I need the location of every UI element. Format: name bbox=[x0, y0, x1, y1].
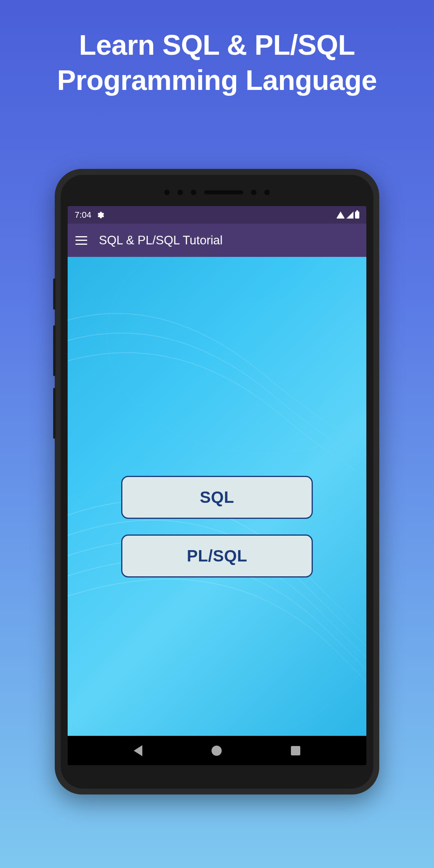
phone-mockup: 7:04 SQL & PL/SQL Tutorial bbox=[55, 169, 379, 794]
app-bar: SQL & PL/SQL Tutorial bbox=[68, 224, 366, 257]
promo-headline: Learn SQL & PL/SQL Programming Language bbox=[0, 0, 434, 98]
signal-icon bbox=[346, 212, 353, 219]
nav-home-icon[interactable] bbox=[212, 746, 222, 756]
phone-bezel: 7:04 SQL & PL/SQL Tutorial bbox=[61, 175, 373, 789]
wifi-icon bbox=[336, 212, 345, 219]
phone-volume-down bbox=[53, 388, 56, 439]
promo-line-2: Programming Language bbox=[16, 63, 418, 98]
main-content: SQL PL/SQL bbox=[68, 257, 366, 736]
promo-line-1: Learn SQL & PL/SQL bbox=[16, 27, 418, 63]
battery-icon bbox=[355, 212, 359, 219]
phone-screen: 7:04 SQL & PL/SQL Tutorial bbox=[68, 206, 366, 765]
plsql-button-label: PL/SQL bbox=[187, 547, 247, 565]
nav-back-icon[interactable] bbox=[134, 745, 142, 756]
hamburger-menu-icon[interactable] bbox=[75, 236, 87, 245]
status-bar: 7:04 bbox=[68, 206, 366, 224]
status-right bbox=[336, 212, 359, 219]
sql-button-label: SQL bbox=[200, 488, 234, 507]
plsql-button[interactable]: PL/SQL bbox=[121, 534, 313, 577]
status-time: 7:04 bbox=[75, 210, 91, 220]
svg-point-0 bbox=[107, 257, 366, 454]
nav-recent-icon[interactable] bbox=[291, 746, 300, 755]
sql-button[interactable]: SQL bbox=[121, 476, 313, 519]
navigation-bar bbox=[68, 736, 366, 765]
phone-volume-up bbox=[53, 325, 56, 376]
status-left: 7:04 bbox=[75, 210, 105, 220]
gear-icon bbox=[97, 211, 105, 219]
app-title: SQL & PL/SQL Tutorial bbox=[99, 233, 222, 247]
button-group: SQL PL/SQL bbox=[68, 476, 366, 577]
phone-side-button bbox=[53, 278, 56, 310]
phone-sensors bbox=[61, 187, 373, 198]
